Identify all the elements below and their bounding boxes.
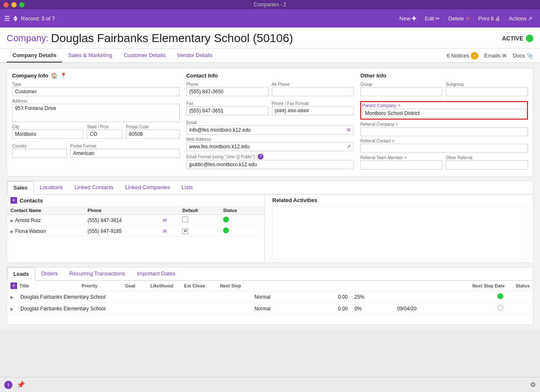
leads-status-col: Status <box>515 283 530 288</box>
sub-tab-linked-companies[interactable]: Linked Companies <box>119 181 176 194</box>
bottom-tab-orders[interactable]: Orders <box>35 267 64 280</box>
contact-default[interactable] <box>179 215 220 226</box>
lead-nextstep2 <box>460 303 477 315</box>
type-value: Customer <box>12 87 180 96</box>
edit-button[interactable]: Edit ✏ <box>422 14 443 23</box>
company-info-section: Company Info 🏠 📍 Type Customer Address 9… <box>12 72 180 172</box>
referral-company-label[interactable]: Referral Company > <box>360 122 528 127</box>
active-badge: ACTIVE <box>502 35 533 42</box>
contacts-scroll[interactable]: Contact Name Phone Default Status ▶ Arno… <box>7 206 264 260</box>
state-value: CO <box>87 130 123 139</box>
bottom-tab-leads[interactable]: Leads <box>7 267 35 281</box>
delete-button[interactable]: Delete ✕ <box>445 14 473 23</box>
email-send-icon[interactable]: ✉ <box>347 127 351 133</box>
close-button[interactable] <box>3 2 9 7</box>
contacts-table: Contact Name Phone Default Status ▶ Arno… <box>7 206 264 237</box>
bottom-bar: i 📌 ⚙ <box>0 377 540 392</box>
new-button[interactable]: New ✚ <box>396 13 420 23</box>
contact-status2 <box>220 226 258 237</box>
col-phone: Phone <box>84 206 159 215</box>
col-email <box>159 206 179 215</box>
actions-button[interactable]: Actions ↗ <box>505 14 536 23</box>
nav-up-icon[interactable] <box>13 16 18 18</box>
referral-team-value <box>360 160 442 170</box>
bottom-tab-important-dates[interactable]: Important Dates <box>131 267 181 280</box>
maximize-button[interactable] <box>19 2 25 7</box>
phone-altphone-row: Phone (555) 847-3650 Alt Phone <box>186 82 354 99</box>
actions-icon: ↗ <box>528 15 532 22</box>
alt-phone-label: Alt Phone <box>272 82 354 87</box>
contacts-title: Contacts <box>20 197 43 204</box>
menu-icon[interactable]: ☰ <box>4 15 10 22</box>
add-lead-button[interactable]: + <box>10 282 17 289</box>
toolbar: ☰ Record: 3 of 7 New ✚ Edit ✏ Delete ✕ P… <box>0 9 540 27</box>
docs-link[interactable]: Docs 📎 <box>512 52 533 59</box>
email-value: info@fes.montboro.k12.edu <box>189 127 345 133</box>
leads-scroll[interactable]: ▶ Douglas Fairbanks Elementary School No… <box>7 291 533 325</box>
minimize-button[interactable] <box>11 2 17 7</box>
parent-company-label[interactable]: Parent Company > <box>362 103 526 108</box>
sub-tab-locations[interactable]: Locations <box>34 181 69 194</box>
contact-default2[interactable]: ✕ <box>179 226 220 237</box>
leads-tbody: ▶ Douglas Fairbanks Elementary School No… <box>7 291 533 315</box>
referral-team-label[interactable]: Referral Team Member > <box>360 155 442 160</box>
referral-company-value <box>360 127 528 136</box>
company-info-location-icon[interactable]: 📍 <box>60 72 67 79</box>
sub-tab-linked-contacts[interactable]: Linked Contacts <box>69 181 119 194</box>
tab-customer-details[interactable]: Customer Details <box>118 49 171 62</box>
referral-contact-label[interactable]: Referral Contact > <box>360 139 528 143</box>
info-button[interactable]: i <box>4 381 13 389</box>
notices-link[interactable]: 6 Notices ! <box>447 52 478 60</box>
traffic-lights <box>3 2 25 7</box>
contacts-tbody: ▶ Arnold Ruiz (555) 847-3814 ✉ ▶ Fiona W… <box>7 215 264 237</box>
lead-nextstepdate2 <box>477 303 495 315</box>
lead-arrow2: ▶ <box>7 303 17 315</box>
tab-vendor-details[interactable]: Vendor Details <box>171 49 219 62</box>
settings-icon[interactable]: ⚙ <box>530 381 536 389</box>
emails-link[interactable]: Emails ✉ <box>484 52 507 59</box>
tab-company-details[interactable]: Company Details <box>7 49 62 62</box>
contact-email-icon[interactable]: ✉ <box>159 215 179 226</box>
nav-down-icon[interactable] <box>13 19 18 21</box>
referral-team-other-row: Referral Team Member > Other Referral <box>360 155 528 172</box>
leads-estclose-col: Est Close <box>184 283 205 288</box>
web-external-icon[interactable]: ↗ <box>347 144 351 150</box>
email-format-field: Email Format (using "John Q Public") ? j… <box>186 154 354 169</box>
postal-format-label: Postal Format <box>70 144 179 148</box>
docs-label: Docs <box>512 52 525 59</box>
contact-email-icon2[interactable]: ✉ <box>159 226 179 237</box>
fax-value: (555) 847-3651 <box>186 106 269 115</box>
toolbar-right: New ✚ Edit ✏ Delete ✕ Print 8 🖨 Actions … <box>396 13 536 23</box>
company-name: Douglas Fairbanks Elementary School (501… <box>51 32 293 45</box>
edit-icon: ✏ <box>435 15 440 22</box>
country-label: Country <box>12 144 67 148</box>
lead-arrow: ▶ <box>7 291 17 303</box>
help-icon[interactable]: ? <box>258 154 264 160</box>
print-icon: 🖨 <box>495 15 500 22</box>
table-row[interactable]: ▶ Fiona Watson (555) 847-9185 ✉ ✕ <box>7 226 264 237</box>
type-field: Type Customer <box>12 82 180 96</box>
address-field: Address 957 Fontana Drive <box>12 99 180 122</box>
phone-label: Phone <box>186 82 269 87</box>
city-field: City Montboro <box>12 125 83 139</box>
postal-format-value: American <box>70 149 179 158</box>
bottom-tab-recurring[interactable]: Recurring Transactions <box>63 267 131 280</box>
fax-format-row: Fax (555) 847-3651 Phone / Fax Format (#… <box>186 101 354 118</box>
tab-sales-marketing[interactable]: Sales & Marketing <box>62 49 118 62</box>
sub-tab-sales[interactable]: Sales <box>7 181 34 195</box>
record-navigator[interactable] <box>13 16 18 21</box>
add-contact-button[interactable]: + <box>10 197 17 204</box>
print-button[interactable]: Print 8 🖨 <box>475 14 504 23</box>
phone-fax-format-field: Phone / Fax Format (###) ###-#### <box>272 101 354 115</box>
sub-tabs-container: Sales Locations Linked Contacts Linked C… <box>7 181 533 263</box>
company-info-home-icon[interactable]: 🏠 <box>51 72 58 79</box>
table-row[interactable]: ▶ Douglas Fairbanks Elementary School No… <box>7 303 533 315</box>
pin-icon[interactable]: 📌 <box>17 381 25 389</box>
table-row[interactable]: ▶ Arnold Ruiz (555) 847-3814 ✉ <box>7 215 264 226</box>
table-row[interactable]: ▶ Douglas Fairbanks Elementary School No… <box>7 291 533 303</box>
phone-field: Phone (555) 847-3650 <box>186 82 269 96</box>
notice-badge: ! <box>471 52 478 60</box>
type-label: Type <box>12 82 180 87</box>
related-activities-scroll[interactable] <box>272 206 530 260</box>
sub-tab-lists[interactable]: Lists <box>176 181 199 194</box>
